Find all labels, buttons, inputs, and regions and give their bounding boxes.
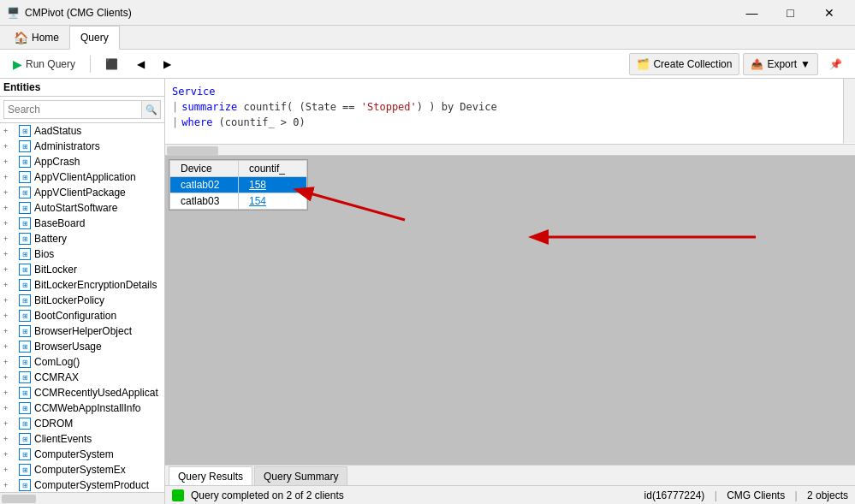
entity-label: AppVClientApplication	[34, 171, 136, 183]
list-item[interactable]: + ⊞ BaseBoard	[0, 216, 164, 231]
entity-label: BaseBoard	[34, 217, 85, 229]
query-editor: Service |summarize countif( (State == 'S…	[165, 79, 855, 156]
list-item[interactable]: + ⊞ Battery	[0, 231, 164, 246]
expand-icon: +	[3, 250, 15, 258]
export-dropdown-icon: ▼	[800, 58, 810, 70]
entity-label: ComputerSystem	[34, 448, 114, 460]
create-collection-button[interactable]: 🗂️ Create Collection	[629, 53, 739, 75]
tab-query-results[interactable]: Query Results	[169, 466, 252, 485]
expand-icon: +	[3, 234, 15, 243]
status-objects: 2 objects	[807, 489, 848, 501]
list-item[interactable]: + ⊞ AadStatus	[0, 123, 164, 139]
entity-icon: ⊞	[19, 464, 31, 476]
run-icon: ▶	[13, 57, 22, 71]
toolbar: ▶ Run Query ⬛ ◀ ▶ 🗂️ Create Collection 📤…	[0, 50, 855, 79]
expand-icon: +	[3, 465, 15, 474]
export-button[interactable]: 📤 Export ▼	[743, 53, 818, 75]
entity-label: BitLockerPolicy	[34, 294, 104, 306]
list-item[interactable]: + ⊞ BitLockerPolicy	[0, 293, 164, 308]
list-item[interactable]: + ⊞ AutoStartSoftware	[0, 200, 164, 216]
list-item[interactable]: + ⊞ CCMRecentlyUsedApplicat	[0, 385, 164, 400]
list-item[interactable]: + ⊞ AppCrash	[0, 154, 164, 169]
editor-line-2: |summarize countif( (State == 'Stopped')…	[172, 99, 848, 115]
expand-icon: +	[3, 188, 15, 197]
expand-icon: +	[3, 173, 15, 181]
status-sep-1: |	[715, 489, 717, 501]
list-item[interactable]: + ⊞ CDROM	[0, 416, 164, 431]
entity-icon: ⊞	[19, 140, 31, 152]
entity-icon: ⊞	[19, 217, 31, 229]
entity-icon: ⊞	[19, 402, 31, 414]
list-item[interactable]: + ⊞ AppVClientPackage	[0, 185, 164, 200]
entity-label: BrowserUsage	[34, 341, 102, 353]
kw-where: where	[181, 116, 212, 128]
link-158[interactable]: 158	[249, 179, 266, 191]
list-item[interactable]: + ⊞ BrowserHelperObject	[0, 323, 164, 339]
create-collection-icon: 🗂️	[637, 58, 650, 70]
table-row[interactable]: catlab03 154	[170, 193, 307, 210]
sidebar-scrollbar-h[interactable]	[0, 492, 164, 504]
col-countif: countif_	[239, 161, 307, 177]
table-row[interactable]: catlab02 158	[170, 177, 307, 193]
list-item[interactable]: + ⊞ BrowserUsage	[0, 339, 164, 354]
export-label: Export	[767, 58, 797, 70]
col-device: Device	[170, 161, 239, 177]
results-area: Device countif_ catlab02 158 catlab03 15…	[165, 156, 855, 465]
list-item[interactable]: + ⊞ BitLocker	[0, 262, 164, 277]
minimize-button[interactable]: —	[733, 0, 771, 26]
tab-home[interactable]: 🏠 Home	[3, 26, 69, 50]
close-button[interactable]: ✕	[810, 0, 848, 26]
entity-label: ClientEvents	[34, 433, 92, 445]
list-item[interactable]: + ⊞ BootConfiguration	[0, 308, 164, 323]
tab-query-summary[interactable]: Query Summary	[254, 466, 347, 485]
editor-scrollbar-v[interactable]	[843, 79, 855, 143]
list-item[interactable]: + ⊞ CCMWebAppInstallInfo	[0, 400, 164, 416]
entity-label: AppVClientPackage	[34, 187, 126, 199]
pin-button[interactable]: 📌	[822, 53, 850, 75]
where-rest: (countif_ > 0)	[212, 116, 305, 128]
list-item[interactable]: + ⊞ Bios	[0, 246, 164, 262]
list-item[interactable]: + ⊞ BitLockerEncryptionDetails	[0, 277, 164, 293]
expand-icon: +	[3, 435, 15, 443]
list-item[interactable]: + ⊞ ComputerSystem	[0, 447, 164, 462]
search-input[interactable]	[3, 100, 142, 119]
run-query-button[interactable]: ▶ Run Query	[5, 53, 83, 75]
list-item[interactable]: + ⊞ AppVClientApplication	[0, 169, 164, 185]
expand-icon: +	[3, 327, 15, 335]
list-item[interactable]: + ⊞ CCMRAX	[0, 370, 164, 385]
expand-icon: +	[3, 281, 15, 289]
forward-button[interactable]: ▶	[156, 53, 179, 75]
entity-label: ComputerSystemProduct	[34, 479, 149, 491]
list-item[interactable]: + ⊞ ComputerSystemEx	[0, 462, 164, 477]
link-154[interactable]: 154	[249, 195, 266, 207]
pipe-symbol: |	[172, 101, 178, 113]
entity-icon: ⊞	[19, 187, 31, 199]
tab-query[interactable]: Query	[69, 26, 120, 50]
list-item[interactable]: + ⊞ ClientEvents	[0, 431, 164, 447]
app-icon: 🖥️	[7, 7, 20, 19]
entity-icon: ⊞	[19, 248, 31, 260]
cell-device-2: catlab03	[170, 193, 239, 210]
expand-icon: +	[3, 404, 15, 412]
entity-label: CCMRAX	[34, 371, 79, 383]
kw-summarize: summarize	[181, 101, 237, 113]
editor-content[interactable]: Service |summarize countif( (State == 'S…	[165, 79, 855, 144]
entity-label: BootConfiguration	[34, 310, 116, 322]
maximize-button[interactable]: □	[771, 0, 810, 26]
entity-icon: ⊞	[19, 433, 31, 445]
back-button[interactable]: ◀	[129, 53, 152, 75]
cell-device-1: catlab02	[170, 177, 239, 193]
editor-scrollbar-h[interactable]	[165, 144, 855, 156]
expand-icon: +	[3, 342, 15, 351]
list-item[interactable]: + ⊞ ComputerSystemProduct	[0, 477, 164, 492]
entity-icon: ⊞	[19, 125, 31, 137]
search-button[interactable]: 🔍	[142, 100, 161, 119]
entity-label: BitLocker	[34, 264, 77, 276]
list-item[interactable]: + ⊞ ComLog()	[0, 354, 164, 370]
stop-button[interactable]: ⬛	[98, 53, 126, 75]
entity-icon: ⊞	[19, 310, 31, 322]
search-box: 🔍	[0, 97, 164, 123]
expand-icon: +	[3, 157, 15, 166]
list-item[interactable]: + ⊞ Administrators	[0, 139, 164, 154]
expand-icon: +	[3, 481, 15, 489]
